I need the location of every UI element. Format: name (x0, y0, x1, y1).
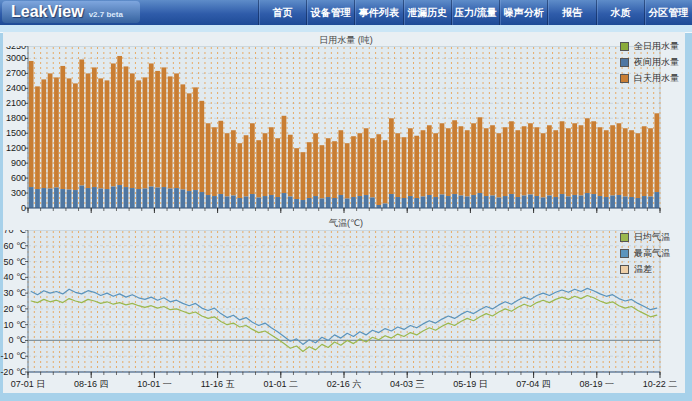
temp-legend-swatch-1 (620, 233, 629, 242)
nav-item-9[interactable]: 分区管理 (644, 0, 692, 25)
svg-text:50 ℃: 50 ℃ (3, 257, 26, 267)
svg-text:0: 0 (21, 203, 26, 213)
svg-text:600: 600 (11, 173, 26, 183)
water-legend-item-2[interactable]: 夜间用水量 (620, 54, 679, 70)
svg-text:04-03 三: 04-03 三 (390, 379, 425, 389)
svg-text:07-04 四: 07-04 四 (516, 379, 551, 389)
nav-item-6[interactable]: 噪声分析 (499, 0, 547, 25)
svg-text:1500: 1500 (6, 128, 26, 138)
svg-text:05-19 日: 05-19 日 (453, 379, 488, 389)
svg-text:08-16 四: 08-16 四 (74, 379, 109, 389)
svg-text:2400: 2400 (6, 83, 26, 93)
svg-text:1800: 1800 (6, 113, 26, 123)
app-logo: LeakView v2.7 beta (2, 1, 140, 23)
svg-text:08-19 一: 08-19 一 (580, 379, 615, 389)
nav-item-3[interactable]: 事件列表 (354, 0, 402, 25)
nav-item-8[interactable]: 水质 (596, 0, 644, 25)
water-legend-item-1[interactable]: 全日用水量 (620, 38, 679, 54)
svg-text:10-22 二: 10-22 二 (643, 379, 678, 389)
water-legend-label-1: 全日用水量 (634, 40, 679, 53)
water-legend-label-3: 白天用水量 (634, 72, 679, 85)
main-nav: 首页设备管理事件列表泄漏历史压力/流量噪声分析报告水质分区管理 (258, 0, 692, 25)
svg-text:70 ℃: 70 ℃ (3, 230, 26, 235)
water-legend-item-3[interactable]: 白天用水量 (620, 70, 679, 86)
svg-text:1200: 1200 (6, 143, 26, 153)
svg-text:01-01 二: 01-01 二 (264, 379, 299, 389)
temp-legend-label-2: 最高气温 (634, 247, 670, 260)
nav-item-2[interactable]: 设备管理 (306, 0, 354, 25)
svg-text:-20 ℃: -20 ℃ (0, 367, 26, 377)
svg-text:10 ℃: 10 ℃ (3, 320, 26, 330)
app-version: v2.7 beta (89, 10, 123, 19)
water-usage-plot: 0300600900120015001800210024002700300032… (0, 46, 692, 218)
water-legend-label-2: 夜间用水量 (634, 56, 679, 69)
svg-text:30 ℃: 30 ℃ (3, 288, 26, 298)
nav-item-4[interactable]: 泄漏历史 (403, 0, 451, 25)
temp-legend-label-1: 日均气温 (634, 231, 670, 244)
svg-text:900: 900 (11, 158, 26, 168)
svg-text:40 ℃: 40 ℃ (3, 272, 26, 282)
svg-text:-10 ℃: -10 ℃ (0, 351, 26, 361)
nav-item-1[interactable]: 首页 (258, 0, 306, 25)
svg-text:20 ℃: 20 ℃ (3, 304, 26, 314)
temp-legend-label-3: 温差 (634, 263, 652, 276)
temp-legend-swatch-3 (620, 265, 629, 274)
nav-item-5[interactable]: 压力/流量 (451, 0, 499, 25)
top-nav-bar: LeakView v2.7 beta 首页设备管理事件列表泄漏历史压力/流量噪声… (0, 0, 692, 26)
svg-text:02-16 六: 02-16 六 (327, 379, 362, 389)
svg-text:11-16 五: 11-16 五 (201, 379, 235, 389)
svg-text:300: 300 (11, 188, 26, 198)
temp-legend-item-1[interactable]: 日均气温 (620, 229, 670, 245)
app-name: LeakView (11, 3, 84, 21)
svg-text:2700: 2700 (6, 68, 26, 78)
temperature-chart-legend: 日均气温最高气温温差 (620, 229, 670, 277)
page: LeakView v2.7 beta 首页设备管理事件列表泄漏历史压力/流量噪声… (0, 0, 692, 401)
temp-legend-item-2[interactable]: 最高气温 (620, 245, 670, 261)
svg-text:07-01 日: 07-01 日 (11, 379, 46, 389)
temp-legend-swatch-2 (620, 249, 629, 258)
water-legend-swatch-2 (620, 58, 629, 67)
svg-text:3000: 3000 (6, 53, 26, 63)
temperature-chart-title: 气温(℃) (0, 217, 692, 230)
temperature-plot: 70 ℃60 ℃50 ℃40 ℃30 ℃20 ℃10 ℃0 ℃-10 ℃-20 … (0, 230, 692, 393)
water-legend-swatch-1 (620, 42, 629, 51)
water-legend-swatch-3 (620, 74, 629, 83)
svg-text:2100: 2100 (6, 98, 26, 108)
svg-text:60 ℃: 60 ℃ (3, 241, 26, 251)
temp-legend-item-3[interactable]: 温差 (620, 261, 670, 277)
svg-text:10-01 一: 10-01 一 (137, 379, 172, 389)
svg-text:3250: 3250 (6, 46, 26, 51)
water-chart-legend: 全日用水量夜间用水量白天用水量 (620, 38, 679, 86)
svg-text:0 ℃: 0 ℃ (8, 335, 26, 345)
nav-item-7[interactable]: 报告 (547, 0, 595, 25)
